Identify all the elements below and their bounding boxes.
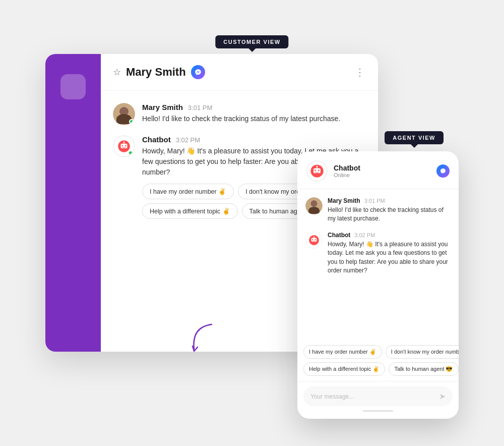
agent-msg-time: 3:01 PM bbox=[364, 198, 385, 204]
arrow-annotation bbox=[181, 317, 222, 359]
sidebar bbox=[45, 54, 101, 352]
input-placeholder: Your message... bbox=[310, 393, 354, 400]
agent-msg-meta: Chatbot 3:02 PM bbox=[328, 232, 451, 239]
agent-chatbot-name: Chatbot bbox=[334, 164, 360, 172]
agent-quick-order-have[interactable]: I have my order number ✌️ bbox=[303, 345, 382, 359]
agent-quick-replies: I have my order number ✌️ I don't know m… bbox=[297, 340, 459, 381]
agent-bot-avatar bbox=[305, 232, 323, 249]
chat-header: ☆ Mary Smith ⋮ bbox=[101, 54, 378, 91]
svg-point-12 bbox=[312, 239, 313, 240]
agent-quick-order-no[interactable]: I don't know my order number 😅 bbox=[386, 345, 459, 359]
message-row: Mary Smith 3:01 PM Hello! I'd like to ch… bbox=[113, 103, 366, 125]
agent-quick-diff-topic[interactable]: Help with a different topic ✌️ bbox=[303, 362, 385, 376]
agent-msg-sender: Chatbot bbox=[328, 232, 350, 239]
agent-header: Chatbot Online bbox=[297, 151, 459, 189]
svg-point-7 bbox=[314, 170, 316, 171]
star-icon: ☆ bbox=[113, 67, 121, 78]
message-time: 3:02 PM bbox=[176, 136, 200, 144]
avatar bbox=[113, 103, 135, 125]
customer-view-label: CUSTOMER VIEW bbox=[215, 35, 288, 48]
agent-panel: Chatbot Online Mary Smith 3:01 PM bbox=[297, 151, 459, 419]
chatbot-status-dot bbox=[128, 150, 133, 155]
quick-reply-diff-topic[interactable]: Help with a different topic ✌️ bbox=[142, 203, 238, 219]
message-time: 3:01 PM bbox=[188, 104, 212, 112]
customer-header-name: Mary Smith bbox=[126, 66, 186, 79]
agent-bot-avatar-inner bbox=[305, 232, 323, 249]
agent-chatbot-avatar bbox=[306, 160, 328, 182]
messenger-icon bbox=[191, 65, 205, 79]
agent-msg-meta: Mary Smith 3:01 PM bbox=[328, 197, 451, 204]
agent-msg-content: Chatbot 3:02 PM Howdy, Mary! 👋 It's a pl… bbox=[328, 232, 451, 275]
agent-messenger-icon bbox=[436, 164, 450, 178]
message-text: Hello! I'd like to check the tracking st… bbox=[142, 114, 366, 124]
svg-point-9 bbox=[317, 166, 318, 168]
message-sender: Mary Smith bbox=[142, 103, 183, 112]
svg-point-14 bbox=[313, 236, 314, 237]
agent-msg-text: Hello! I'd like to check the tracking st… bbox=[328, 206, 451, 224]
message-meta: Mary Smith 3:01 PM bbox=[142, 103, 366, 112]
agent-msg-sender: Mary Smith bbox=[328, 197, 360, 204]
agent-input-area: Your message... ➤ bbox=[297, 381, 459, 419]
svg-point-13 bbox=[315, 239, 316, 240]
svg-point-3 bbox=[125, 145, 127, 146]
agent-msg-content: Mary Smith 3:01 PM Hello! I'd like to ch… bbox=[328, 197, 451, 224]
home-indicator bbox=[363, 410, 393, 412]
agent-avatar-person bbox=[305, 197, 323, 214]
agent-header-info: Chatbot Online bbox=[306, 160, 360, 182]
agent-msg-time: 3:02 PM bbox=[354, 232, 375, 238]
agent-header-text: Chatbot Online bbox=[334, 164, 360, 178]
status-dot bbox=[129, 119, 134, 124]
message-sender: Chatbot bbox=[142, 135, 171, 144]
svg-point-2 bbox=[121, 145, 123, 146]
agent-msg-text: Howdy, Mary! 👋 It's a pleasure to assist… bbox=[328, 240, 451, 275]
agent-chatbot-status: Online bbox=[334, 172, 360, 178]
agent-view-label: AGENT VIEW bbox=[385, 131, 444, 144]
more-menu-button[interactable]: ⋮ bbox=[355, 66, 366, 78]
agent-quick-row-2: Help with a different topic ✌️ Talk to h… bbox=[303, 362, 453, 376]
message-meta: Chatbot 3:02 PM bbox=[142, 135, 366, 144]
send-icon[interactable]: ➤ bbox=[439, 392, 446, 401]
agent-message-row: Mary Smith 3:01 PM Hello! I'd like to ch… bbox=[305, 197, 451, 224]
agent-chat-body: Mary Smith 3:01 PM Hello! I'd like to ch… bbox=[297, 189, 459, 340]
sidebar-icon bbox=[60, 74, 86, 99]
agent-message-row: Chatbot 3:02 PM Howdy, Mary! 👋 It's a pl… bbox=[305, 232, 451, 275]
header-left: ☆ Mary Smith bbox=[113, 65, 205, 79]
agent-message-input[interactable]: Your message... ➤ bbox=[303, 386, 453, 406]
message-content: Mary Smith 3:01 PM Hello! I'd like to ch… bbox=[142, 103, 366, 124]
quick-reply-order-have[interactable]: I have my order number ✌️ bbox=[142, 184, 234, 199]
chatbot-avatar bbox=[113, 135, 135, 157]
agent-user-avatar bbox=[305, 197, 323, 214]
agent-quick-human[interactable]: Talk to human agent 😎 bbox=[389, 362, 458, 376]
svg-point-4 bbox=[123, 141, 125, 143]
svg-point-8 bbox=[318, 170, 320, 171]
agent-quick-row-1: I have my order number ✌️ I don't know m… bbox=[303, 345, 453, 359]
